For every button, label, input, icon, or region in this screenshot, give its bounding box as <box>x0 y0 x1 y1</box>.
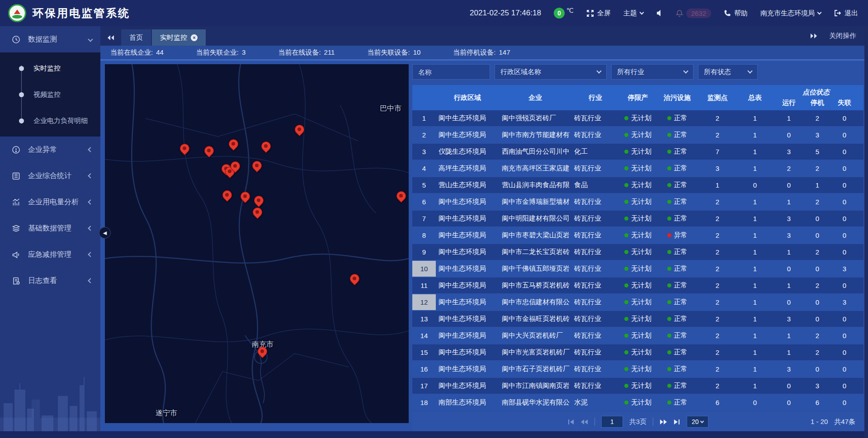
sidebar-item-company-stats[interactable]: 企业综合统计 <box>0 163 100 189</box>
map-pin[interactable] <box>179 143 189 157</box>
tabs-scroll-left-button[interactable] <box>100 29 121 46</box>
last-page-button[interactable] <box>674 419 680 425</box>
map-pin[interactable] <box>349 273 359 287</box>
table-row[interactable]: 17 阆中生态环境局 阆中市江南镇阆南页岩 砖瓦行业 无计划 正常 2 1 0 … <box>412 378 863 394</box>
cell-industry: 砖瓦行业 <box>571 381 619 390</box>
cell-running: 3 <box>773 148 805 155</box>
cell-offline: 3 <box>830 298 859 306</box>
table-row[interactable]: 11 阆中生态环境局 阆中市五马桥页岩机砖 砖瓦行业 无计划 正常 2 1 1 … <box>412 278 863 293</box>
tab-close-icon[interactable]: × <box>191 34 198 41</box>
cell-stopped: 3 <box>805 382 830 390</box>
first-page-icon <box>567 419 574 425</box>
help-button[interactable]: 帮助 <box>724 9 748 18</box>
table-row[interactable]: 16 阆中生态环境局 阆中市石子页岩机砖厂 砖瓦行业 无计划 正常 2 1 3 … <box>412 361 863 377</box>
fullscreen-button[interactable]: 全屏 <box>586 9 611 18</box>
table-row[interactable]: 12 阆中生态环境局 阆中市忠信建材有限公 砖瓦行业 无计划 正常 2 1 0 … <box>412 294 863 310</box>
page-size-select[interactable]: 20 <box>687 416 708 428</box>
sidebar-item-data-monitoring[interactable]: 数据监测 <box>0 26 100 52</box>
status-select[interactable]: 所有状态 <box>698 64 758 80</box>
cell-index: 17 <box>412 382 436 390</box>
table-row[interactable]: 5 营山生态环境局 营山县润丰肉食品有限 食品 无计划 正常 1 0 0 1 0 <box>412 177 863 193</box>
next-page-button[interactable] <box>660 419 667 425</box>
cell-stopped: 0 <box>805 265 830 273</box>
map[interactable]: 巴中市南充市遂宁市 <box>105 64 409 423</box>
tab-home[interactable]: 首页 <box>121 29 151 46</box>
first-page-button[interactable] <box>567 419 574 425</box>
cell-monitor-points: 2 <box>698 215 737 222</box>
map-pin[interactable] <box>261 141 271 155</box>
table-row[interactable]: 4 高坪生态环境局 南充市高坪区王家店建 砖瓦行业 无计划 正常 3 1 2 2… <box>412 160 863 176</box>
double-chevron-right-icon[interactable] <box>810 33 817 39</box>
status-dot <box>624 400 628 405</box>
table-row[interactable]: 1 阆中生态环境局 阆中强锐页岩砖厂 砖瓦行业 无计划 正常 2 1 1 2 0 <box>412 110 863 126</box>
industry-select[interactable]: 所有行业 <box>611 64 693 80</box>
table-row[interactable]: 13 阆中生态环境局 阆中市金福旺页岩机砖 砖瓦行业 无计划 正常 2 1 3 … <box>412 311 863 327</box>
sidebar-item-video-monitor[interactable]: 视频监控 <box>0 81 100 108</box>
double-chevron-left-icon <box>107 35 114 41</box>
map-pin[interactable] <box>252 207 262 221</box>
name-search-input[interactable] <box>412 64 490 80</box>
table-row[interactable]: 6 阆中生态环境局 阆中市金博瑞新型墙材 砖瓦行业 无计划 正常 2 1 1 2… <box>412 194 863 210</box>
region-select[interactable]: 行政区域名称 <box>495 64 607 80</box>
map-pin[interactable] <box>396 191 406 204</box>
sidebar-item-realtime-monitor[interactable]: 实时监控 <box>0 55 100 81</box>
map-pin[interactable] <box>257 346 267 360</box>
cell-running: 1 <box>773 332 805 339</box>
cell-region: 阆中生态环境局 <box>436 348 499 357</box>
sidebar-item-log-view[interactable]: 日志查看 <box>0 268 100 294</box>
cell-company: 阆中千佛镇五郎垭页岩 <box>499 264 571 273</box>
mute-button[interactable] <box>656 9 663 17</box>
column-header-pollution-facility: 治污设施 <box>656 85 698 110</box>
table-row[interactable]: 8 阆中生态环境局 阆中市枣碧大梁山页岩 砖瓦行业 无计划 异常 2 1 3 0… <box>412 227 863 243</box>
cell-company: 营山县润丰肉食品有限 <box>499 181 571 189</box>
cell-production-limit: 无计划 <box>619 365 656 373</box>
map-pin[interactable] <box>294 124 304 138</box>
cell-running: 1 <box>773 282 805 289</box>
map-pin[interactable] <box>222 190 232 203</box>
stat-offline-companies: 当前失联企业: 3 <box>196 48 246 57</box>
table-row[interactable]: 7 阆中生态环境局 阆中明阳建材有限公司 砖瓦行业 无计划 正常 2 1 3 0… <box>412 211 863 226</box>
page-number-input[interactable] <box>601 416 623 428</box>
sidebar-item-company-abnormal[interactable]: 企业异常 <box>0 137 100 163</box>
table-row[interactable]: 10 阆中生态环境局 阆中千佛镇五郎垭页岩 砖瓦行业 无计划 正常 2 1 0 … <box>412 261 863 277</box>
tab-bar: 首页 实时监控 × 关闭操作 <box>100 26 868 46</box>
table-row[interactable]: 15 阆中生态环境局 阆中市光富页岩机砖厂 砖瓦行业 无计划 正常 2 1 1 … <box>412 344 863 360</box>
prev-page-button[interactable] <box>580 419 588 425</box>
bell-icon <box>676 9 683 17</box>
cell-offline: 0 <box>830 399 859 406</box>
cell-production-limit: 无计划 <box>619 214 656 223</box>
status-dot <box>667 150 671 154</box>
map-pin[interactable] <box>252 160 262 174</box>
map-pin[interactable] <box>240 191 250 205</box>
tab-realtime-monitor[interactable]: 实时监控 × <box>152 29 206 46</box>
map-pin[interactable] <box>204 146 214 159</box>
cell-offline: 0 <box>830 282 859 289</box>
cell-production-limit: 无计划 <box>619 298 656 306</box>
notifications[interactable]: 2632 <box>676 9 711 18</box>
org-dropdown[interactable]: 南充市生态环境局 <box>760 9 821 18</box>
tab-label: 首页 <box>129 33 143 42</box>
chevron-down-icon <box>596 68 601 73</box>
map-pin[interactable] <box>230 161 240 174</box>
sidebar-item-power-load-detail[interactable]: 企业电力负荷明细 <box>0 108 100 134</box>
cell-pollution-facility: 正常 <box>656 398 698 407</box>
table-row[interactable]: 14 阆中生态环境局 阆中大兴页岩机砖厂 砖瓦行业 无计划 正常 2 1 1 2… <box>412 328 863 344</box>
logout-button[interactable]: 退出 <box>834 9 858 18</box>
theme-label: 主题 <box>623 9 637 18</box>
close-operations-button[interactable]: 关闭操作 <box>829 32 856 40</box>
map-collapse-button[interactable]: ◀ <box>99 227 111 239</box>
theme-dropdown[interactable]: 主题 <box>623 9 643 18</box>
cell-region: 阆中生态环境局 <box>436 365 499 373</box>
table-row[interactable]: 3 仪陇生态环境局 西南油气田分公司川中 化工 无计划 正常 7 1 3 5 0 <box>412 144 863 160</box>
cell-production-limit: 无计划 <box>619 381 656 390</box>
table-row[interactable]: 18 南部生态环境局 南部县砚华水泥有限公 水泥 无计划 正常 6 0 0 6 … <box>412 395 863 410</box>
table-row[interactable]: 9 阆中生态环境局 阆中市二龙长宝页岩砖 砖瓦行业 无计划 正常 2 1 1 2… <box>412 244 863 260</box>
sidebar-item-base-data[interactable]: 基础数据管理 <box>0 215 100 241</box>
sidebar-item-emergency-reduction[interactable]: 应急减排管理 <box>0 241 100 268</box>
map-pin[interactable] <box>228 139 238 152</box>
sidebar-item-power-analysis[interactable]: 企业用电量分析 <box>0 189 100 215</box>
chevron-left-icon <box>88 226 93 231</box>
cell-index: 5 <box>412 181 436 189</box>
table-row[interactable]: 2 阆中生态环境局 阆中市南方节能建材有 砖瓦行业 无计划 正常 2 1 0 3… <box>412 127 863 143</box>
status-dot <box>624 300 628 304</box>
